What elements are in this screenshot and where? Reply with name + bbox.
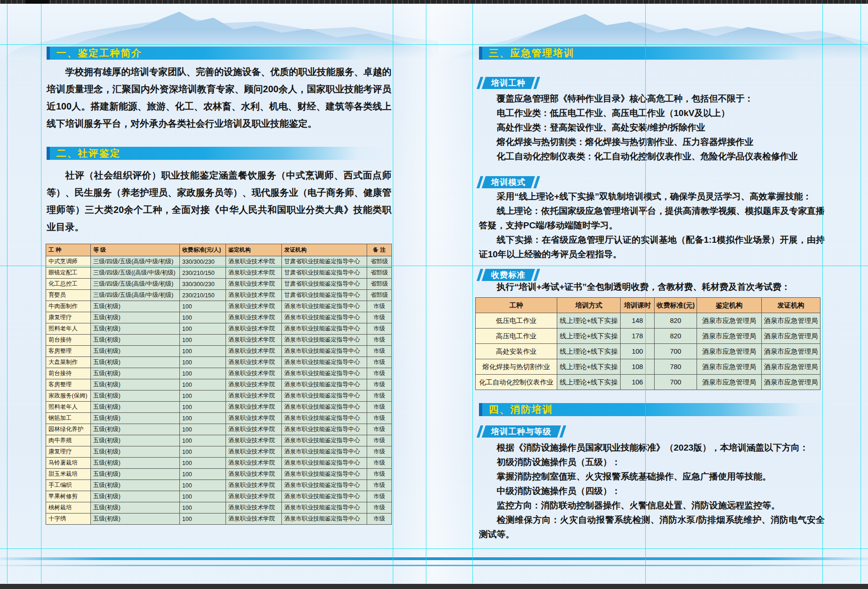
cell-job: 手工编织 [46,480,91,491]
cell-mode: 线上理论+线下实操 [557,313,621,329]
column-header: 收费标准(元) [655,298,697,313]
cell-cert-org: 酒泉市职业技能鉴定指导中心 [282,435,367,446]
table-header-row: 工种培训方式培训课时收费标准(元)鉴定机构发证机构 [476,298,820,313]
cell-mode: 线上理论+线下实操 [557,329,621,344]
cell-appraisal-org: 酒泉职业技术学院 [226,491,282,502]
guide-horizontal[interactable] [0,548,868,549]
cell-cert-org: 酒泉市职业技能鉴定指导中心 [282,323,367,335]
cell-fee: 700 [655,375,697,390]
cell-job: 肉牛养殖 [46,435,91,446]
cell-cert-org: 酒泉市职业技能鉴定指导中心 [282,514,367,525]
table-row: 化工自动化控制仪表作业 线上理论+线下实操 106 700 酒泉市应急管理局 酒… [476,375,820,390]
guide-vertical[interactable] [472,4,473,583]
cell-hours: 178 [621,329,655,344]
cell-note: 市级 [367,312,392,323]
page-gutter-highlight [394,4,482,583]
cell-job: 低压电工作业 [476,313,557,329]
cell-mode: 线上理论+线下实操 [557,344,621,359]
cell-job: 客房整理 [46,379,91,390]
text-paragraph: 线下实操：在省级应急管理厅认证的实训基地（配备1:1模拟作业场景）开展，由持证1… [479,233,825,261]
cell-job: 高处安装作业 [476,344,557,359]
cell-job: 家政服务(保姆) [46,390,91,402]
cell-fee: 100 [180,491,226,502]
guide-vertical[interactable] [645,4,646,583]
cell-job: 桃树栽培 [46,502,91,514]
cell-cert-org: 酒泉市职业技能鉴定指导中心 [282,413,367,424]
section-header-4: 四、消防培训 [479,403,835,416]
cell-level: 五级(初级) [91,390,180,402]
cell-fee: 100 [180,368,226,379]
appraisal-fee-table: 工 种等 级收费标准(元/人)鉴定机构发证机构备 注 中式烹调师 三级/四级/五… [46,244,392,525]
cell-cert-org: 酒泉市应急管理局 [762,313,820,329]
cell-fee: 700 [655,344,697,359]
cell-cert-org: 甘肃省职业技能鉴定指导中心 [282,290,367,301]
column-header: 工种 [476,298,557,313]
table-row: 甜玉米栽培 五级(初级) 100 酒泉职业技术学院 酒泉市职业技能鉴定指导中心 … [46,469,392,480]
cell-hours: 148 [621,313,655,329]
text-paragraph: 采用“线上理论+线下实操”双轨制培训模式，确保学员灵活学习、高效掌握技能： [479,189,825,204]
badge-training-mode-label: 培训模式 [491,177,526,188]
cell-level: 五级(初级) [91,346,180,357]
guide-vertical[interactable] [7,4,7,583]
cell-level: 三级/四级/五级(高级/中级/初级) [91,279,180,290]
cell-appraisal-org: 酒泉市应急管理局 [697,329,762,344]
cell-appraisal-org: 酒泉职业技术学院 [226,279,282,290]
guide-vertical[interactable] [41,4,41,583]
cell-cert-org: 甘肃省职业技能鉴定指导中心 [282,267,367,279]
cell-level: 五级(初级) [91,424,180,435]
table-row: 苹果树修剪 五级(初级) 100 酒泉职业技术学院 酒泉市职业技能鉴定指导中心 … [46,491,392,502]
cell-fee: 100 [180,469,226,480]
column-header: 等 级 [91,244,180,256]
text-paragraph: 中级消防设施操作员（四级）： [479,484,825,498]
cell-cert-org: 酒泉市职业技能鉴定指导中心 [282,312,367,323]
cell-level: 五级(初级) [91,435,180,446]
cell-job: 钢筋加工 [46,413,91,424]
guide-vertical[interactable] [861,4,861,583]
cell-note: 市级 [367,502,392,514]
cell-appraisal-org: 酒泉职业技术学院 [226,312,282,323]
cell-appraisal-org: 酒泉市应急管理局 [697,313,762,329]
guide-vertical[interactable] [822,4,823,583]
cell-cert-org: 酒泉市职业技能鉴定指导中心 [282,368,367,379]
cell-cert-org: 酒泉市应急管理局 [762,359,820,375]
cell-cert-org: 酒泉市职业技能鉴定指导中心 [282,424,367,435]
table-row: 低压电工作业 线上理论+线下实操 148 820 酒泉市应急管理局 酒泉市应急管… [476,313,820,329]
table-row: 园林绿化养护 五级(初级) 100 酒泉职业技术学院 酒泉市职业技能鉴定指导中心… [46,424,392,435]
cell-level: 五级(初级) [91,514,180,525]
cell-cert-org: 酒泉市应急管理局 [762,375,820,390]
cell-fee: 100 [180,402,226,413]
table-row: 高处安装作业 线上理论+线下实操 100 700 酒泉市应急管理局 酒泉市应急管… [476,344,820,359]
cell-appraisal-org: 酒泉职业技术学院 [226,446,282,458]
table-row: 照料老年人 五级(初级) 100 酒泉职业技术学院 酒泉市职业技能鉴定指导中心 … [46,402,392,413]
text-line: 电工作业类：低压电工作业、高压电工作业（10kV及以上） [479,106,825,120]
cell-note: 市级 [367,413,392,424]
cell-appraisal-org: 酒泉职业技术学院 [226,390,282,402]
section-title-2: 二、社评鉴定 [56,147,121,160]
text-paragraph: 根据《消防设施操作员国家职业技能标准》（2023版），本培训涵盖以下方向： [479,440,825,455]
cell-level: 五级(初级) [91,323,180,335]
guide-vertical[interactable] [393,4,393,583]
cell-fee: 230/210/150 [180,290,226,301]
cell-job: 客房整理 [46,346,91,357]
guide-vertical[interactable] [426,4,426,583]
cell-fee: 100 [180,435,226,446]
text-paragraph: 检测维保方向：火灾自动报警系统检测、消防水泵/防排烟系统维护、消防电气安全测试等… [479,513,825,541]
table-row: 眼镜定配工 三级/四级/五级((高级/中级/初级) 230/210/150 酒泉… [46,267,392,279]
cell-fee: 100 [180,379,226,390]
guide-horizontal[interactable] [0,44,868,45]
cell-note: 省部级 [367,267,392,279]
top-ruler[interactable] [0,0,868,4]
guide-horizontal[interactable] [0,266,868,266]
cell-job: 康复理疗 [46,446,91,458]
cell-cert-org: 酒泉市职业技能鉴定指导中心 [282,379,367,390]
cell-appraisal-org: 酒泉职业技术学院 [226,357,282,368]
cell-appraisal-org: 酒泉职业技术学院 [226,502,282,514]
cell-mode: 线上理论+线下实操 [557,359,621,375]
cell-level: 五级(初级) [91,413,180,424]
text-paragraph: 线上理论：依托国家级应急管理培训平台，提供高清教学视频、模拟题库及专家直播答疑，… [479,204,825,233]
cell-cert-org: 酒泉市应急管理局 [762,344,820,359]
table-row: 康复理疗 五级(初级) 100 酒泉职业技术学院 酒泉市职业技能鉴定指导中心 市… [46,446,392,458]
cell-job: 化工总控工 [46,279,91,290]
text-paragraph: 掌握消防控制室值班、火灾报警系统基础操作、应急广播使用等技能。 [479,469,825,484]
intro-paragraph: 学校拥有雄厚的培训专家团队、完善的设施设备、优质的职业技能服务、卓越的培训质量理… [47,63,391,132]
